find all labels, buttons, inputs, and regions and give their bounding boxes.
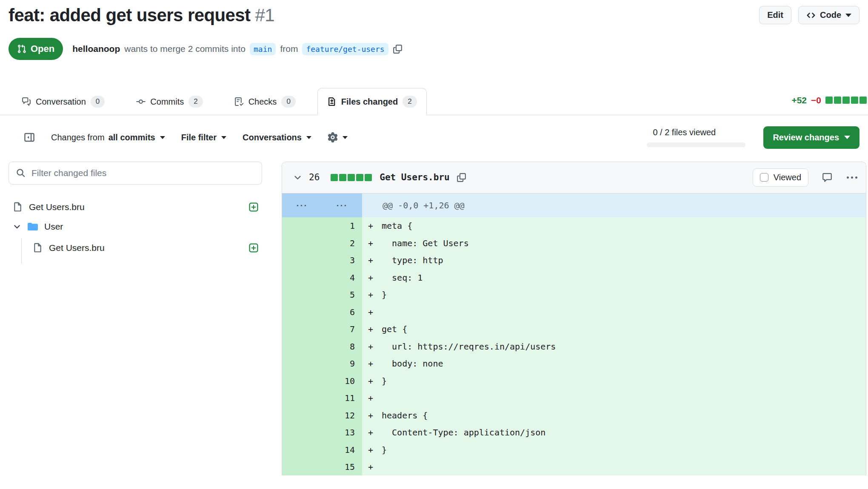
merge-summary: helloanoop wants to merge 2 commits into… (72, 43, 402, 55)
addition-marker: + (368, 393, 382, 403)
edit-button[interactable]: Edit (759, 6, 791, 24)
collapse-file-chevron-icon[interactable] (293, 173, 302, 182)
tab-commits[interactable]: Commits 2 (126, 88, 212, 115)
diff-added-line: 7 +get { (282, 321, 866, 338)
line-number[interactable]: 11 (345, 393, 355, 403)
page-title: feat: added get users request #1 (9, 4, 274, 26)
gear-icon (328, 132, 338, 142)
line-number-gutter: 8 (282, 338, 362, 355)
line-number[interactable]: 4 (350, 273, 355, 283)
git-commit-icon (136, 97, 146, 106)
diff-added-line: 14 +} (282, 441, 866, 458)
tab-conversation[interactable]: Conversation 0 (12, 88, 114, 115)
files-changed-content: Get Users.bru User Ge (0, 149, 868, 476)
copy-file-path-button[interactable] (457, 173, 466, 182)
expand-hunk-down-button[interactable]: ··· (322, 201, 362, 210)
tab-count: 2 (188, 96, 203, 108)
line-number[interactable]: 3 (350, 255, 355, 265)
line-number-gutter: 6 (282, 303, 362, 321)
line-code: +} (362, 286, 387, 304)
diffstat-square (825, 97, 833, 104)
review-changes-button[interactable]: Review changes (763, 126, 859, 149)
from-text: from (280, 44, 298, 54)
additions-count: +52 (791, 95, 807, 105)
deletions-count: −0 (811, 95, 821, 105)
line-number[interactable]: 8 (350, 341, 355, 352)
chevron-down-icon (13, 222, 21, 231)
addition-marker: + (368, 255, 382, 265)
addition-marker: + (368, 221, 382, 231)
expand-hunk-up-button[interactable]: ··· (282, 201, 322, 210)
comment-discussion-icon (22, 97, 31, 106)
tab-count: 2 (403, 96, 417, 108)
file-icon (13, 202, 23, 212)
diff-added-line: 3 + type: http (282, 252, 866, 269)
base-branch-link[interactable]: main (250, 43, 276, 55)
line-number[interactable]: 13 (345, 427, 355, 438)
chevron-down-icon (221, 136, 226, 139)
diff-panel: 26 Get Users.bru Viewed ··· ··· (282, 162, 866, 476)
tab-checks[interactable]: Checks 0 (225, 88, 306, 115)
chevron-down-icon (844, 136, 850, 139)
comment-icon[interactable] (822, 172, 832, 182)
line-number[interactable]: 2 (350, 238, 355, 248)
line-number-gutter: 15 (282, 458, 362, 476)
hunk-header-row: ··· ··· @@ -0,0 +1,26 @@ (282, 193, 866, 217)
pr-status-row: Open helloanoop wants to merge 2 commits… (0, 26, 868, 60)
code-text: url: https://reqres.in/api/users (382, 341, 556, 352)
addition-marker: + (368, 238, 382, 248)
line-code: +headers { (362, 407, 428, 424)
kebab-menu-icon[interactable] (846, 175, 858, 180)
line-code: + seq: 1 (362, 269, 423, 286)
addition-marker: + (368, 410, 382, 421)
filter-changed-files-input[interactable] (31, 168, 255, 178)
toolbar-left: Changes from all commits File filter Con… (24, 132, 348, 143)
search-icon (16, 168, 26, 178)
line-number[interactable]: 10 (345, 376, 355, 386)
git-pull-request-icon (17, 44, 26, 54)
file-tree-item-nested-file[interactable]: Get Users.bru (33, 238, 262, 258)
tab-files-changed[interactable]: Files changed 2 (317, 88, 427, 115)
hunk-gutter: ··· ··· (282, 193, 362, 217)
line-number[interactable]: 7 (350, 324, 355, 334)
changes-from-value: all commits (108, 133, 155, 142)
merge-text: wants to merge 2 commits into (124, 44, 246, 54)
tab-label: Files changed (341, 97, 398, 107)
line-code: + body: none (362, 355, 443, 372)
header-actions: Edit Code (759, 6, 859, 24)
line-number[interactable]: 15 (345, 462, 355, 472)
diffstat-square (331, 174, 338, 181)
line-number[interactable]: 12 (345, 410, 355, 421)
line-code: +get { (362, 321, 407, 338)
diffstat-square (339, 174, 346, 181)
collapse-sidebar-button[interactable] (24, 132, 35, 143)
hunk-header-text: @@ -0,0 +1,26 @@ (362, 193, 465, 217)
head-branch-link[interactable]: feature/get-users (302, 43, 388, 55)
diffstat: +52 −0 (791, 95, 867, 105)
line-number[interactable]: 1 (350, 221, 355, 231)
addition-marker: + (368, 462, 382, 472)
diff-file-header: 26 Get Users.bru Viewed (282, 162, 866, 193)
conversations-label: Conversations (243, 133, 302, 142)
line-number[interactable]: 5 (350, 290, 355, 300)
conversations-dropdown[interactable]: Conversations (243, 133, 311, 142)
line-number[interactable]: 9 (350, 358, 355, 369)
changes-from-dropdown[interactable]: Changes from all commits (51, 133, 165, 142)
viewed-checkbox[interactable] (760, 173, 768, 182)
diff-settings-dropdown[interactable] (328, 132, 348, 142)
file-tree-folder-user[interactable]: User (9, 217, 262, 236)
line-number[interactable]: 14 (345, 445, 355, 455)
copy-branch-button[interactable] (393, 44, 403, 54)
viewed-toggle[interactable]: Viewed (753, 168, 808, 187)
addition-marker: + (368, 376, 382, 386)
line-code: + (362, 389, 382, 407)
line-code: + name: Get Users (362, 234, 469, 252)
file-tree-item-root-file[interactable]: Get Users.bru (9, 197, 262, 217)
tab-label: Checks (248, 97, 277, 107)
author-link[interactable]: helloanoop (72, 44, 120, 54)
code-button[interactable]: Code (798, 6, 859, 24)
filter-changed-files-box (9, 162, 262, 185)
line-number[interactable]: 6 (350, 307, 355, 317)
line-code: + (362, 458, 382, 476)
file-filter-dropdown[interactable]: File filter (181, 133, 226, 142)
